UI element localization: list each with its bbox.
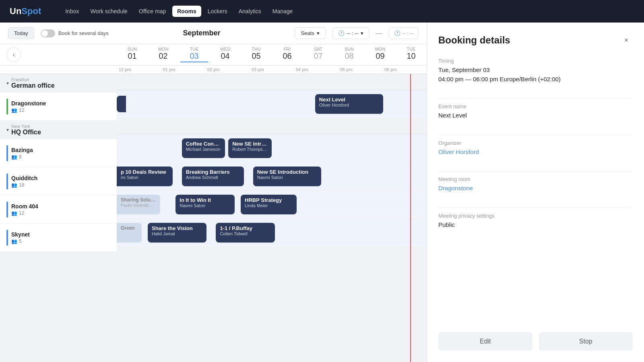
- dragonstone-partial-event[interactable]: [117, 96, 126, 112]
- room404-indicator: [6, 202, 8, 218]
- stop-button[interactable]: Stop: [539, 332, 633, 351]
- time-dash: —: [376, 30, 382, 37]
- skynet-indicator: [6, 230, 8, 246]
- room-col-spacer: [0, 66, 117, 74]
- seats-chevron-icon: ▾: [317, 30, 320, 36]
- divider-4: [438, 208, 633, 208]
- bazinga-indicator: [6, 145, 8, 161]
- clock-icon: 🕐: [338, 30, 345, 36]
- bazinga-capacity: 👥8: [11, 154, 110, 160]
- main-nav: Inbox Work schedule Office map Rooms Loc…: [60, 6, 297, 17]
- close-icon: ×: [624, 36, 629, 45]
- day-mon-09[interactable]: Mon09: [365, 44, 396, 65]
- day-sun-01[interactable]: Sun01: [117, 44, 148, 65]
- today-button[interactable]: Today: [8, 27, 34, 39]
- new-se-introd-event[interactable]: New SE Introd... Robert Thompson: [228, 138, 272, 158]
- capacity-icon: 👥: [11, 107, 17, 113]
- dragonstone-name: Dragonstone: [11, 100, 110, 107]
- quidditch-timeline-row: p 10 Deals Review mi Satori Breaking Bar…: [117, 162, 427, 191]
- seats-filter[interactable]: Seats ▾: [295, 27, 325, 39]
- nav-manage[interactable]: Manage: [268, 6, 298, 17]
- divider-3: [438, 171, 633, 171]
- time-5pm: 05 pm: [338, 66, 382, 74]
- newyork-header: ▾ New York HQ Office: [0, 121, 117, 139]
- room404-name: Room 404: [11, 203, 110, 210]
- privacy-value: Public: [438, 220, 633, 230]
- time-from-picker[interactable]: 🕐 -- : -- ▾: [332, 27, 369, 39]
- toggle-knob: [41, 30, 48, 37]
- schedule-body: ▾ Frankfurt German office Dragonstone 👥: [0, 74, 427, 362]
- edit-button[interactable]: Edit: [438, 332, 533, 351]
- coffee-event[interactable]: Coffee Conne... Michael Jameson: [182, 138, 225, 158]
- day-sun-08[interactable]: Sun08: [334, 44, 365, 65]
- time-to-picker[interactable]: 🕐 -- : --: [389, 27, 419, 39]
- time-from-chevron: ▾: [361, 30, 363, 36]
- several-days-toggle[interactable]: [41, 29, 55, 37]
- panel-footer: Edit Stop: [438, 332, 633, 351]
- nav-rooms[interactable]: Rooms: [172, 6, 201, 17]
- hrbp-strategy-event[interactable]: HRBP Strategy Linda Meier: [241, 195, 297, 214]
- time-12pm: 12 pm: [117, 66, 161, 74]
- breaking-barriers-event[interactable]: Breaking Barriers Andrew Schmidt: [182, 167, 244, 186]
- day-wed-04[interactable]: Wed04: [210, 44, 241, 65]
- share-vision-event[interactable]: Share the Vision Halid Jamal: [148, 223, 206, 243]
- nav-inbox[interactable]: Inbox: [60, 6, 84, 17]
- 1-1-pbuffay-event[interactable]: 1-1 / P.Buffay Colten Tidwell: [216, 223, 275, 243]
- toggle-label: Book for several days: [58, 30, 109, 36]
- day-mon-02[interactable]: Mon02: [148, 44, 179, 65]
- close-button[interactable]: ×: [620, 34, 633, 47]
- nav-analytics[interactable]: Analytics: [234, 6, 266, 17]
- header: UnSpot Inbox Work schedule Office map Ro…: [0, 0, 644, 23]
- day-fri-06[interactable]: Fri06: [272, 44, 303, 65]
- time-4pm: 04 pm: [294, 66, 338, 74]
- timing-time: 04:00 pm — 06:00 pm Europe/Berlin (+02:0…: [438, 75, 633, 84]
- time-3pm: 03 pm: [250, 66, 294, 74]
- newyork-city: New York: [11, 124, 41, 129]
- nav-lockers[interactable]: Lockers: [203, 6, 232, 17]
- frankfurt-city: Frankfurt: [11, 77, 55, 82]
- timing-label: Timing: [438, 58, 633, 64]
- new-se-introduction-event[interactable]: New SE Introduction Naomi Satori: [253, 167, 321, 186]
- organizer-section: Organizer Oliver Horsford: [438, 140, 633, 157]
- time-from-value: -- : --: [347, 30, 358, 36]
- toggle-container: Book for several days: [41, 29, 109, 37]
- logo: UnSpot: [10, 6, 41, 16]
- newyork-collapse-icon[interactable]: ▾: [6, 127, 9, 133]
- clock-icon-2: 🕐: [394, 30, 400, 36]
- organizer-label: Organizer: [438, 140, 633, 146]
- next-level-event[interactable]: Next Level Oliver Horsford: [315, 94, 383, 114]
- nav-work-schedule[interactable]: Work schedule: [85, 6, 132, 17]
- sharing-solutions-event[interactable]: Sharing Solutions Paulo Iskande...: [117, 195, 160, 214]
- day-thu-05[interactable]: Thu05: [241, 44, 272, 65]
- prev-week-button[interactable]: ‹: [6, 47, 21, 62]
- day-tue-10[interactable]: Tue10: [396, 44, 427, 65]
- time-2pm: 02 pm: [205, 66, 250, 74]
- time-1pm: 01 pm: [161, 66, 205, 74]
- skynet-room-row: Skynet 👥5: [0, 224, 117, 252]
- day-sat-07[interactable]: Sat07: [303, 44, 334, 65]
- dragonstone-capacity: 👥 12: [11, 107, 110, 113]
- time-6pm: 06 pm: [382, 66, 427, 74]
- frankfurt-collapse-icon[interactable]: ▾: [6, 80, 9, 86]
- quidditch-name: Quidditch: [11, 175, 110, 181]
- left-panel: Today Book for several days September Se…: [0, 23, 427, 362]
- room404-capacity: 👥12: [11, 210, 110, 216]
- panel-header: Booking details ×: [438, 34, 633, 47]
- nav-office-map[interactable]: Office map: [134, 6, 171, 17]
- day-tue-03[interactable]: Tue03: [179, 44, 210, 65]
- deals-review-event[interactable]: p 10 Deals Review mi Satori: [117, 167, 173, 186]
- time-to-value: -- : --: [402, 30, 413, 36]
- newyork-group: ▾ New York HQ Office Bazinga 👥8: [0, 121, 117, 252]
- meeting-room-label: Meeting room: [438, 176, 633, 182]
- times-row: 12 pm 01 pm 02 pm 03 pm 04 pm 05 pm 06 p…: [117, 66, 427, 74]
- panel-title: Booking details: [438, 35, 510, 46]
- event-name-value: Next Level: [438, 111, 633, 120]
- timing-date: Tue, September 03: [438, 66, 633, 75]
- month-title: September: [115, 29, 289, 37]
- in-it-to-win-event[interactable]: In It to Win It Naomi Satori: [175, 195, 234, 214]
- meeting-room-value[interactable]: Dragonstone: [438, 184, 633, 193]
- dragonstone-timeline-row: Next Level Oliver Horsford: [117, 90, 427, 118]
- organizer-value[interactable]: Oliver Horsford: [438, 148, 633, 157]
- skynet-timeline-row: Green Share the Vision Halid Jamal 1-1 /…: [117, 219, 427, 247]
- green-event[interactable]: Green: [117, 223, 142, 243]
